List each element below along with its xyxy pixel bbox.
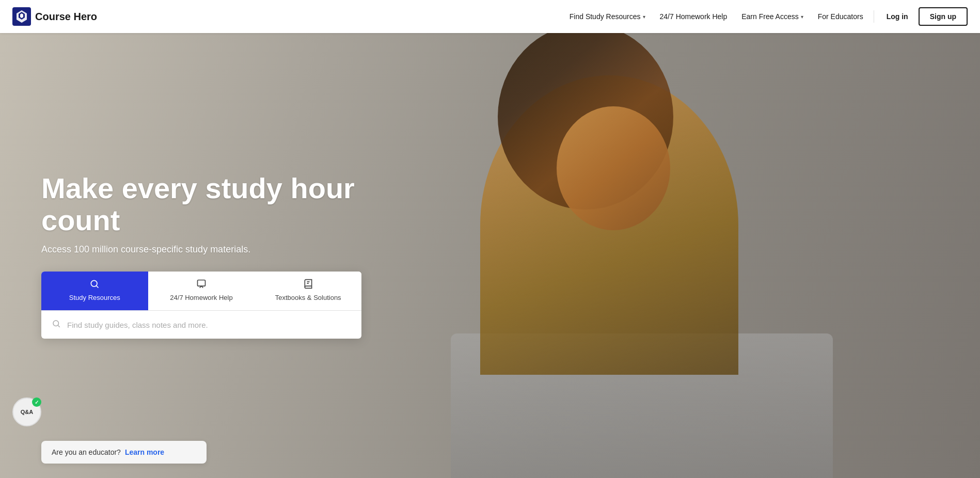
chevron-down-icon: ▾	[801, 14, 803, 20]
search-input-icon	[52, 319, 61, 330]
nav-for-educators[interactable]: For Educators	[812, 8, 870, 25]
qa-badge-label: Q&A	[21, 409, 33, 415]
logo[interactable]: Course Hero	[12, 7, 116, 26]
tab-textbooks[interactable]: Textbooks & Solutions	[255, 272, 361, 310]
nav-earn-free-access[interactable]: Earn Free Access ▾	[735, 8, 810, 25]
qa-badge[interactable]: ✓ Q&A	[12, 397, 41, 426]
chat-icon	[196, 279, 207, 291]
nav-find-study-resources[interactable]: Find Study Resources ▾	[563, 8, 652, 25]
nav-homework-help[interactable]: 24/7 Homework Help	[654, 8, 734, 25]
signup-button[interactable]: Sign up	[919, 7, 968, 26]
search-card: Study Resources 24/7 Homework Help	[41, 272, 361, 339]
nav-links: Find Study Resources ▾ 24/7 Homework Hel…	[563, 7, 968, 26]
tab-study-resources[interactable]: Study Resources	[41, 272, 148, 310]
svg-point-7	[53, 321, 59, 326]
hero-content: Make every study hour count Access 100 m…	[0, 139, 413, 339]
logo-text: Course Hero	[35, 11, 97, 23]
educator-banner: Are you an educator? Learn more	[41, 441, 207, 464]
educator-question-text: Are you an educator?	[52, 448, 121, 456]
search-box	[41, 311, 361, 339]
tab-study-resources-label: Study Resources	[69, 294, 120, 301]
tab-bar: Study Resources 24/7 Homework Help	[41, 272, 361, 311]
svg-rect-4	[198, 280, 206, 286]
hero-section: Make every study hour count Access 100 m…	[0, 0, 980, 478]
login-button[interactable]: Log in	[878, 8, 916, 25]
hero-subtitle: Access 100 million course-specific study…	[41, 244, 372, 255]
hero-title: Make every study hour count	[41, 172, 372, 236]
tab-homework-help[interactable]: 24/7 Homework Help	[148, 272, 255, 310]
tab-textbooks-label: Textbooks & Solutions	[275, 294, 341, 301]
logo-icon	[12, 7, 31, 26]
chevron-down-icon: ▾	[643, 14, 645, 20]
search-icon	[89, 279, 100, 291]
tab-homework-help-label: 24/7 Homework Help	[170, 294, 232, 301]
search-input[interactable]	[67, 321, 351, 329]
books-icon	[303, 279, 313, 291]
verified-check-icon: ✓	[32, 397, 41, 407]
navbar: Course Hero Find Study Resources ▾ 24/7 …	[0, 0, 980, 33]
svg-point-3	[91, 280, 98, 286]
nav-divider	[874, 10, 874, 23]
hero-image	[392, 33, 980, 478]
educator-learn-more-link[interactable]: Learn more	[125, 448, 164, 456]
